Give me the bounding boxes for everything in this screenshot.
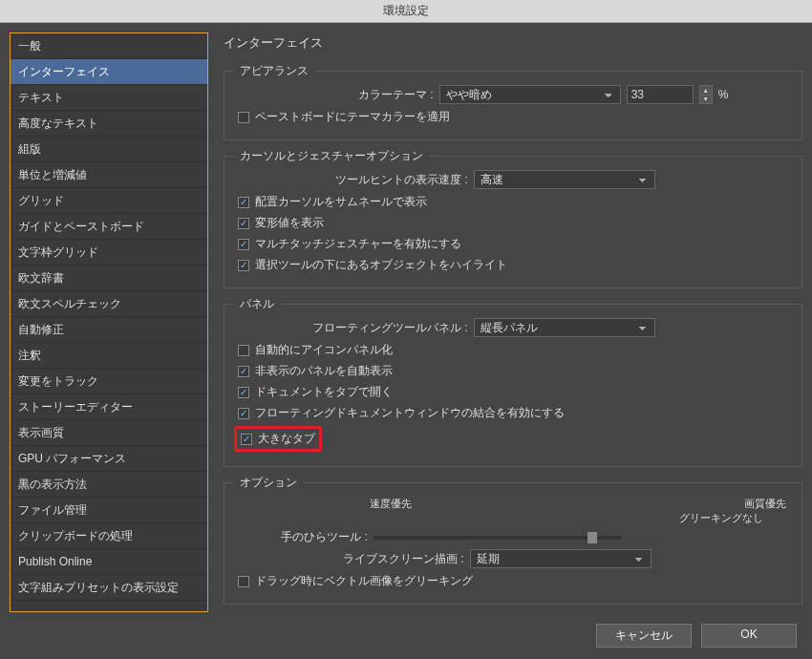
large-tab-highlight: 大きなタブ xyxy=(234,426,322,452)
greeking-none-label: グリーキングなし xyxy=(679,511,792,525)
sidebar-item[interactable]: 欧文辞書 xyxy=(11,266,207,291)
sidebar-item[interactable]: 欧文スペルチェック xyxy=(11,291,207,317)
auto-show-label: 非表示のパネルを自動表示 xyxy=(255,363,393,379)
color-theme-label: カラーテーマ : xyxy=(358,87,434,103)
auto-show-checkbox[interactable] xyxy=(238,366,249,377)
tooltip-speed-select[interactable]: 高速 xyxy=(474,170,655,189)
pasteboard-theme-label: ペーストボードにテーマカラーを適用 xyxy=(255,109,450,125)
group-options-label: オプション xyxy=(234,475,303,491)
vector-greek-checkbox[interactable] xyxy=(238,576,249,587)
sidebar-item[interactable]: 文字枠グリッド xyxy=(11,240,207,266)
cancel-button[interactable]: キャンセル xyxy=(596,624,692,648)
large-tab-label: 大きなタブ xyxy=(258,431,315,447)
footer: キャンセル OK xyxy=(0,616,812,659)
sidebar-item[interactable]: テキスト xyxy=(11,85,207,111)
sidebar-item[interactable]: 高度なテキスト xyxy=(11,111,207,137)
preferences-window: 環境設定 一般インターフェイステキスト高度なテキスト組版単位と増減値グリッドガイ… xyxy=(0,0,812,659)
sidebar: 一般インターフェイステキスト高度なテキスト組版単位と増減値グリッドガイドとペース… xyxy=(10,32,208,612)
page-title: インターフェイス xyxy=(224,32,802,55)
pasteboard-theme-checkbox[interactable] xyxy=(238,112,249,123)
sidebar-item[interactable]: Publish Online xyxy=(11,549,207,575)
transforms-checkbox[interactable] xyxy=(238,218,249,229)
group-options: オプション 速度優先 画質優先 グリーキングなし 手のひらツール : xyxy=(224,482,802,605)
sidebar-item[interactable]: 黒の表示方法 xyxy=(11,472,207,498)
tooltip-speed-label: ツールヒントの表示速度 : xyxy=(335,172,468,188)
highlight-checkbox[interactable] xyxy=(238,260,249,271)
open-tab-label: ドキュメントをタブで開く xyxy=(255,384,393,400)
multitouch-checkbox[interactable] xyxy=(238,239,249,250)
combine-label: フローティングドキュメントウィンドウの結合を有効にする xyxy=(255,405,565,421)
sidebar-item[interactable]: ガイドとペーストボード xyxy=(11,214,207,240)
percent-spinner[interactable]: ▲▼ xyxy=(699,85,713,104)
sidebar-item[interactable]: 表示画質 xyxy=(11,420,207,446)
sidebar-item[interactable]: 文字組みプリセットの表示設定 xyxy=(11,575,207,601)
hand-tool-label: 手のひらツール : xyxy=(272,529,368,545)
sidebar-item[interactable]: GPU パフォーマンス xyxy=(11,446,207,472)
window-title: 環境設定 xyxy=(383,3,429,19)
highlight-label: 選択ツールの下にあるオブジェクトをハイライト xyxy=(255,257,507,273)
sidebar-item[interactable]: 組版 xyxy=(11,137,207,162)
slider-handle[interactable] xyxy=(588,532,597,543)
auto-icon-checkbox[interactable] xyxy=(238,345,249,356)
sidebar-item[interactable]: 変更をトラック xyxy=(11,369,207,394)
group-cursor-label: カーソルとジェスチャーオプション xyxy=(234,148,429,164)
live-screen-select[interactable]: 延期 xyxy=(470,549,652,568)
sidebar-item[interactable]: クリップボードの処理 xyxy=(11,523,207,549)
transforms-label: 変形値を表示 xyxy=(255,215,324,231)
place-cursor-checkbox[interactable] xyxy=(238,197,249,208)
percent-suffix: % xyxy=(718,88,729,101)
sidebar-item[interactable]: 注釈 xyxy=(11,343,207,369)
sidebar-item[interactable]: グリッド xyxy=(11,188,207,214)
vector-greek-label: ドラッグ時にベクトル画像をグリーキング xyxy=(255,573,473,589)
sidebar-item[interactable]: 自動修正 xyxy=(11,317,207,343)
large-tab-checkbox[interactable] xyxy=(241,434,252,445)
group-appearance: アピアランス カラーテーマ : やや暗め ▲▼ % ペーストボードにテーマカラー… xyxy=(224,71,802,140)
sidebar-item[interactable]: インターフェイス xyxy=(11,59,207,85)
place-cursor-label: 配置カーソルをサムネールで表示 xyxy=(255,194,427,210)
open-tab-checkbox[interactable] xyxy=(238,387,249,398)
multitouch-label: マルチタッチジェスチャーを有効にする xyxy=(255,236,461,252)
content-area: 一般インターフェイステキスト高度なテキスト組版単位と増減値グリッドガイドとペース… xyxy=(0,23,812,616)
quality-priority-label: 画質優先 xyxy=(738,497,792,511)
combine-checkbox[interactable] xyxy=(238,408,249,419)
floating-panel-select[interactable]: 縦長パネル xyxy=(474,318,655,337)
group-panel: パネル フローティングツールパネル : 縦長パネル 自動的にアイコンパネル化 非… xyxy=(224,304,802,467)
main-panel: インターフェイス アピアランス カラーテーマ : やや暗め ▲▼ % ペーストボ… xyxy=(224,32,802,612)
ok-button[interactable]: OK xyxy=(701,624,797,648)
auto-icon-label: 自動的にアイコンパネル化 xyxy=(255,342,393,358)
sidebar-item[interactable]: 単位と増減値 xyxy=(11,162,207,188)
hand-tool-slider[interactable] xyxy=(374,536,622,540)
color-theme-select[interactable]: やや暗め xyxy=(439,85,621,104)
titlebar: 環境設定 xyxy=(0,0,812,23)
sidebar-item[interactable]: 一般 xyxy=(11,33,207,59)
theme-percent-input[interactable] xyxy=(627,85,694,104)
group-appearance-label: アピアランス xyxy=(234,63,314,79)
floating-panel-label: フローティングツールパネル : xyxy=(312,320,468,336)
group-cursor: カーソルとジェスチャーオプション ツールヒントの表示速度 : 高速 配置カーソル… xyxy=(224,156,802,288)
group-panel-label: パネル xyxy=(234,296,280,312)
sidebar-item[interactable]: ファイル管理 xyxy=(11,498,207,523)
speed-priority-label: 速度優先 xyxy=(364,497,417,511)
sidebar-item[interactable]: ストーリーエディター xyxy=(11,394,207,420)
live-screen-label: ライブスクリーン描画 : xyxy=(343,551,464,567)
